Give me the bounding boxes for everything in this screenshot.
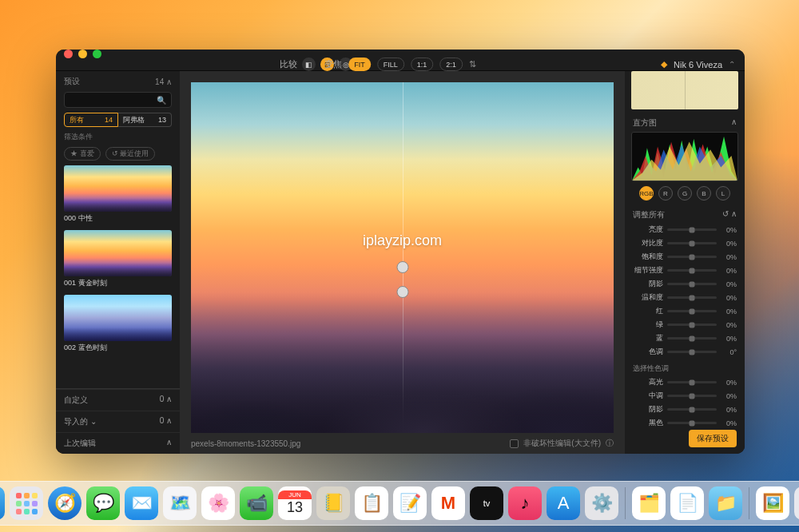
info-icon[interactable]: ⓘ (606, 438, 614, 449)
zoom-2-1-button[interactable]: 2:1 (439, 58, 463, 71)
dock-maps-icon[interactable]: 🗺️ (163, 486, 197, 520)
preset-thumb[interactable]: 002 蓝色时刻 (64, 295, 172, 356)
preset-thumb[interactable]: 000 中性 (64, 165, 172, 227)
slider-track[interactable] (667, 269, 717, 272)
preset-thumb[interactable]: 001 黄金时刻 (64, 230, 172, 292)
slider-track[interactable] (667, 337, 717, 339)
dock-tv-icon[interactable]: tv (470, 486, 503, 520)
slider-track[interactable] (667, 324, 717, 326)
preset-search-input[interactable]: 🔍 (64, 92, 172, 108)
dock-photos-icon[interactable]: 🌸 (201, 486, 235, 520)
reset-icon[interactable]: ↺ ∧ (722, 209, 737, 220)
zoom-stepper-icon[interactable]: ⇅ (469, 59, 476, 69)
presets-label: 预设 (64, 76, 80, 87)
filter-recent-chip[interactable]: ↺ 最近使用 (105, 147, 156, 161)
section-import[interactable]: 导入的 ⌄ 0 ∧ (56, 411, 180, 432)
slider-label: 红 (633, 306, 663, 316)
zoom-fill-button[interactable]: FILL (377, 58, 404, 71)
panel-collapse-icon[interactable]: ⌃ (729, 60, 735, 69)
tab-other[interactable]: 阿弗格 13 (118, 113, 172, 127)
compare-split-icon[interactable]: ◧ (302, 58, 316, 71)
slider-value: 0% (721, 308, 737, 316)
section-custom-label: 自定义 (64, 395, 88, 406)
calendar-month: JUN (278, 490, 312, 499)
dock-settings-icon[interactable]: ⚙️ (585, 486, 618, 520)
slider-track[interactable] (667, 296, 717, 299)
slider-track[interactable] (667, 381, 717, 383)
channel-g-button[interactable]: G (678, 186, 692, 200)
histogram-label: 直方图 (633, 117, 657, 129)
save-preset-button[interactable]: 保存预设 (689, 430, 737, 447)
section-last-edit[interactable]: 上次编辑 ∧ (56, 432, 180, 454)
slider-track[interactable] (667, 228, 717, 231)
dock-messages-icon[interactable]: 💬 (86, 486, 120, 520)
slider-label: 黑色 (633, 418, 663, 428)
section-custom[interactable]: 自定义 0 ∧ (56, 389, 180, 411)
slider-value: 0% (721, 419, 737, 427)
slider-row: 蓝0% (633, 332, 737, 345)
tab-all[interactable]: 所有 14 (64, 113, 118, 127)
control-point-handle[interactable] (396, 286, 408, 298)
dock-notes-icon[interactable]: 📝 (393, 486, 427, 520)
slider-label: 中调 (633, 391, 663, 401)
dock-calendar-icon[interactable]: JUN 13 (278, 486, 312, 520)
slider-row: 对比度0% (633, 236, 737, 250)
nondestructive-checkbox[interactable]: 非破坏性编辑(大文件) ⓘ (510, 438, 614, 449)
slider-value: 0% (721, 379, 737, 387)
dock-reminders-icon[interactable]: 📋 (355, 486, 388, 520)
dock-contacts-icon[interactable]: 📒 (316, 486, 350, 520)
nondestructive-label: 非破坏性编辑(大文件) (523, 438, 601, 449)
slider-label: 亮度 (633, 224, 663, 235)
dock-music-icon[interactable]: ♪ (508, 486, 542, 520)
dock-separator (625, 487, 626, 519)
slider-value: 0% (721, 392, 737, 400)
dock-app-icon[interactable]: 🗂️ (632, 486, 666, 520)
channel-l-button[interactable]: L (716, 186, 730, 200)
dock-appstore-icon[interactable]: A (547, 486, 580, 520)
dock-facetime-icon[interactable]: 📹 (240, 486, 273, 520)
canvas-area: iplayzip.com pexels-8moments-1323550.jpg… (180, 71, 625, 454)
chevron-up-icon[interactable]: ∧ (731, 117, 737, 129)
dock-safari-icon[interactable]: 🧭 (48, 486, 81, 520)
dock-launchpad-icon[interactable] (10, 486, 43, 520)
slider-value: 0° (721, 348, 737, 356)
preset-thumb-label: 002 蓝色时刻 (64, 341, 172, 356)
slider-track[interactable] (667, 242, 717, 244)
slider-track[interactable] (667, 422, 717, 424)
dock-office-icon[interactable]: M (431, 486, 465, 520)
dock-trash-icon[interactable]: 🗑️ (794, 486, 799, 520)
slider-value: 0% (721, 406, 737, 414)
window-close-button[interactable] (64, 50, 73, 58)
tab-all-label: 所有 (70, 115, 84, 125)
slider-track[interactable] (667, 310, 717, 312)
channel-r-button[interactable]: R (658, 186, 673, 200)
navigator-preview[interactable] (631, 71, 738, 109)
slider-track[interactable] (667, 395, 717, 397)
channel-b-button[interactable]: B (697, 186, 711, 200)
selective-tone-label: 选择性色调 (625, 359, 745, 375)
slider-label: 蓝 (633, 333, 663, 343)
slider-track[interactable] (667, 351, 717, 353)
window-minimize-button[interactable] (78, 50, 87, 58)
dock-app-icon[interactable]: 📄 (670, 486, 704, 520)
section-import-count: 0 ∧ (160, 416, 172, 427)
control-point-handle[interactable] (396, 261, 408, 273)
slider-track[interactable] (667, 283, 717, 285)
zoom-fit-button[interactable]: FIT (348, 58, 371, 71)
dock-recent-app-icon[interactable]: 🖼️ (756, 486, 789, 520)
zoom-1-1-button[interactable]: 1:1 (411, 58, 434, 71)
dock-finder-icon[interactable]: 🙂 (0, 486, 5, 520)
dock-mail-icon[interactable]: ✉️ (125, 486, 158, 520)
slider-track[interactable] (667, 256, 717, 258)
slider-track[interactable] (667, 408, 717, 411)
slider-value: 0% (721, 335, 737, 343)
presets-count[interactable]: 14 ∧ (155, 77, 172, 86)
slider-row: 黑色0% (633, 416, 737, 430)
filter-favorite-chip[interactable]: ★ 喜爱 (64, 147, 101, 161)
slider-row: 阴影0% (633, 403, 737, 416)
dock-downloads-icon[interactable]: 📁 (709, 486, 742, 520)
slider-label: 高光 (633, 377, 663, 387)
image-viewport[interactable]: iplayzip.com (191, 82, 614, 433)
channel-rgb-button[interactable]: RGB (639, 186, 654, 200)
window-maximize-button[interactable] (93, 50, 101, 58)
